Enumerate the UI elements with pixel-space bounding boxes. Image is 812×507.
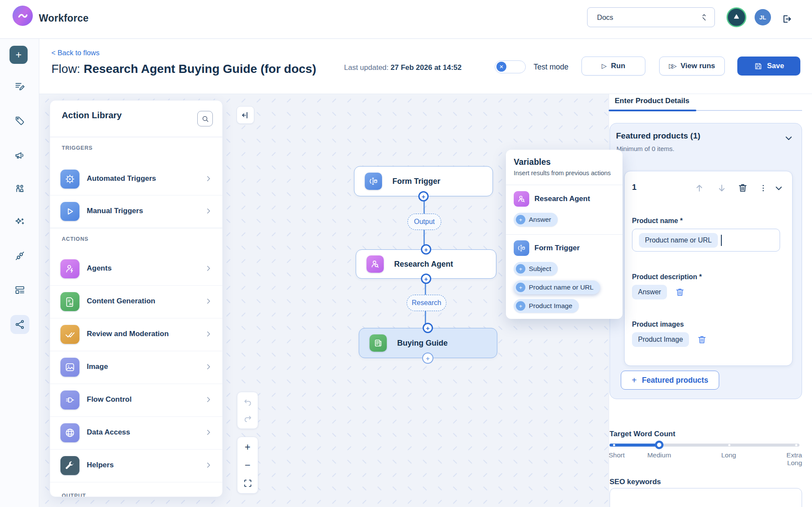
library-item-agents[interactable]: Agents <box>50 252 223 285</box>
node-label: Research Agent <box>394 260 453 269</box>
sidebar-item-flows-icon[interactable] <box>10 315 29 334</box>
sidebar-item-audience-icon[interactable] <box>10 179 29 198</box>
connector-plus-icon[interactable]: + <box>423 323 433 333</box>
search-icon <box>201 115 209 123</box>
collapse-panel-icon <box>241 110 250 120</box>
select-chevrons-icon <box>700 13 708 22</box>
sidebar-item-campaigns-icon[interactable] <box>10 146 29 165</box>
view-runs-button[interactable]: ▷▷View runs <box>659 57 725 76</box>
search-button[interactable] <box>197 111 213 126</box>
variable-chip-subject[interactable]: +Subject <box>514 262 558 276</box>
connector-plus-icon[interactable]: + <box>421 244 431 255</box>
user-avatar[interactable]: JL <box>755 9 771 25</box>
featured-products-subtitle: Minimum of 0 items. <box>616 145 674 152</box>
slider-label-extra-long: Extra Long <box>775 451 802 467</box>
product-image-chip[interactable]: Product Image <box>632 332 689 347</box>
sidebar-item-pages-icon[interactable] <box>10 280 29 299</box>
collapse-panel-button[interactable] <box>237 106 254 124</box>
library-item-label: Flow Control <box>87 395 132 404</box>
variable-chip-answer[interactable]: +Answer <box>514 213 558 227</box>
library-item-review-moderation[interactable]: Review and Moderation <box>50 318 223 351</box>
chevron-right-icon <box>204 206 213 216</box>
library-item-content-generation[interactable]: AI Content Generation <box>50 285 223 318</box>
test-mode-toggle[interactable]: ✕ <box>495 60 526 73</box>
zoom-in-button[interactable]: + <box>237 439 258 455</box>
product-name-chip[interactable]: Product name or URL <box>639 233 718 248</box>
variable-chip-label: Product name or URL <box>529 283 594 291</box>
back-to-flows-link[interactable]: < Back to flows <box>51 49 99 57</box>
sidebar-item-ai-icon[interactable] <box>10 213 29 232</box>
move-down-icon[interactable] <box>716 183 727 194</box>
library-item-flow-control[interactable]: Flow Control <box>50 384 223 416</box>
trash-icon[interactable] <box>697 334 707 345</box>
zoom-out-button[interactable]: − <box>237 457 258 473</box>
last-updated-value: 27 Feb 2026 at 14:52 <box>391 63 461 72</box>
add-featured-products-button[interactable]: + Featured products <box>621 371 719 390</box>
library-item-manual-triggers[interactable]: Manual Triggers <box>50 195 223 228</box>
product-description-label: Product description * <box>632 273 702 281</box>
sidebar-item-content-icon[interactable] <box>10 77 29 96</box>
answer-chip[interactable]: Answer <box>632 285 667 299</box>
seo-keywords-input[interactable] <box>610 488 802 507</box>
save-icon <box>754 62 763 71</box>
logout-icon[interactable] <box>780 12 793 26</box>
kebab-menu-icon[interactable] <box>758 183 769 194</box>
gear-play-icon <box>60 170 79 189</box>
plus-icon: + <box>516 301 525 311</box>
sidebar-item-integrations-icon[interactable] <box>10 246 29 265</box>
chevron-down-icon[interactable] <box>784 133 794 143</box>
chevron-down-icon[interactable] <box>773 183 784 194</box>
product-images-value: Product Image <box>632 332 707 347</box>
trash-icon[interactable] <box>737 182 748 193</box>
library-item-helpers[interactable]: Helpers <box>50 449 223 482</box>
connector-label-output[interactable]: Output <box>408 214 441 230</box>
library-item-automated-triggers[interactable]: Automated Triggers <box>50 163 223 195</box>
library-item-label: Automated Triggers <box>87 174 156 183</box>
slider-thumb[interactable] <box>655 441 664 449</box>
workspace-select[interactable]: Docs <box>587 7 715 27</box>
product-description-value: Answer <box>632 285 685 299</box>
library-item-label: Review and Moderation <box>87 330 169 338</box>
variable-chip-product-image[interactable]: +Product Image <box>514 299 579 313</box>
add-featured-products-label: Featured products <box>642 376 708 385</box>
connector-plus-icon[interactable]: + <box>422 353 433 364</box>
slider-stop-short <box>613 444 615 446</box>
test-mode-label: Test mode <box>534 63 569 72</box>
buying-guide-icon <box>370 334 387 352</box>
library-item-label: Helpers <box>87 461 114 469</box>
undo-button[interactable] <box>237 394 258 410</box>
save-button-label: Save <box>767 62 784 70</box>
library-item-data-access[interactable]: Data Access <box>50 416 223 449</box>
chevron-right-icon <box>204 460 213 470</box>
brand-title: Workforce <box>39 13 88 24</box>
tab-underline <box>609 110 802 111</box>
library-item-image[interactable]: Image <box>50 351 223 384</box>
variable-chip-label: Subject <box>529 265 551 273</box>
trash-icon[interactable] <box>675 287 685 297</box>
library-item-label: Agents <box>87 264 112 273</box>
variable-chip-product-name-or-url[interactable]: +Product name or URL <box>514 280 600 294</box>
featured-products-card: Featured products (1) Minimum of 0 items… <box>610 123 802 399</box>
sidebar-item-tags-icon[interactable] <box>10 111 29 130</box>
create-button[interactable]: + <box>9 46 28 64</box>
word-count-slider[interactable] <box>610 444 799 447</box>
save-button[interactable]: Save <box>737 57 800 76</box>
product-name-input[interactable]: Product name or URL <box>632 229 780 252</box>
fit-view-button[interactable] <box>237 475 258 491</box>
research-agent-icon <box>367 255 384 273</box>
action-library-title: Action Library <box>62 110 122 120</box>
seo-keywords-label: SEO keywords <box>610 478 661 486</box>
drive-connection-badge[interactable] <box>727 7 746 27</box>
move-up-icon[interactable] <box>694 183 705 194</box>
connector-plus-icon[interactable]: + <box>421 274 431 284</box>
connector-label-research[interactable]: Research <box>407 295 446 311</box>
chevron-right-icon <box>204 264 213 273</box>
connector-plus-icon[interactable]: + <box>418 191 429 202</box>
product-images-label: Product images <box>632 321 684 328</box>
redo-button[interactable] <box>237 410 258 427</box>
run-button[interactable]: ▷Run <box>581 57 645 76</box>
workforce-logo-icon <box>13 6 33 26</box>
flow-header: < Back to flows Flow: Research Agent Buy… <box>39 39 812 94</box>
app-root: Workforce Docs JL + <box>0 0 812 507</box>
flow-title-prefix: Flow: <box>51 62 84 76</box>
